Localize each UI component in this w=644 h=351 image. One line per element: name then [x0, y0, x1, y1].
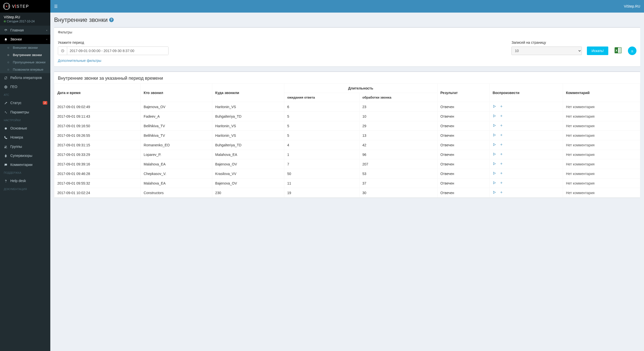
col-caller[interactable]: Кто звонил [141, 84, 212, 102]
cell-wait: 5 [284, 131, 359, 140]
sidebar-item-missed[interactable]: ○Пропущенные звонки [0, 59, 50, 66]
cell-actions [490, 159, 563, 169]
play-button[interactable] [493, 181, 496, 185]
sidebar-item-params[interactable]: Параметры [0, 107, 50, 116]
cell-caller: Constructors [141, 188, 212, 198]
add-button[interactable] [500, 114, 503, 118]
cell-result: Отвечен [437, 169, 490, 179]
svg-marker-20 [494, 105, 496, 107]
export-excel-button[interactable]: X [613, 46, 623, 55]
add-button[interactable] [500, 181, 503, 185]
col-handle[interactable]: обработки звонка [359, 93, 437, 102]
period-input-group[interactable] [58, 47, 169, 55]
col-wait[interactable]: ожидания ответа [284, 93, 359, 102]
user-panel: ViStep.RU Сегодня 2017-10-24 [0, 13, 50, 26]
topbar: ☰ ViStep.RU [50, 0, 644, 13]
results-box: Внутренние звонки за указанный период вр… [54, 71, 640, 198]
cell-callee: Buhgalteriya_TD [212, 140, 284, 150]
svg-marker-22 [494, 124, 496, 126]
table-row: 2017-09-01 10:02:24Constructors2301930От… [54, 188, 640, 198]
help-icon[interactable]: ? [109, 18, 114, 22]
sidebar-item-label: ГЕО [10, 85, 17, 89]
sidebar-item-helpdesk[interactable]: Help desk [0, 176, 50, 185]
play-button[interactable] [493, 105, 496, 109]
filters-header: Фильтры [54, 28, 640, 37]
sidebar-item-calls[interactable]: Звонки ‹ ○Внешние звонки ○Внутренние зво… [0, 35, 50, 73]
sidebar-item-firsttime[interactable]: ○Позвонили впервые [0, 66, 50, 73]
extra-filters-link[interactable]: Дополнительные фильтры [58, 59, 636, 63]
plus-icon [500, 162, 503, 165]
cell-comment: Нет комментария [563, 102, 640, 112]
add-button[interactable] [500, 105, 503, 109]
per-page-select[interactable]: 10 [511, 47, 582, 55]
logo[interactable]: V STEP [0, 0, 50, 13]
sidebar-item-label: Help desk [10, 179, 26, 183]
play-icon [493, 162, 496, 165]
add-button[interactable] [500, 133, 503, 138]
cell-handle: 42 [359, 140, 437, 150]
sidebar-item-comments[interactable]: Комментарии [0, 160, 50, 169]
sidebar-item-internal[interactable]: ○Внутренние звонки [0, 51, 50, 59]
play-button[interactable] [493, 124, 496, 128]
play-button[interactable] [493, 162, 496, 166]
add-button[interactable] [500, 162, 503, 166]
add-button[interactable] [500, 191, 503, 195]
plus-icon [500, 124, 503, 127]
cell-datetime: 2017-09-01 09:46:28 [54, 169, 141, 179]
bell-icon [4, 37, 8, 41]
cell-wait: 1 [284, 150, 359, 159]
cell-result: Отвечен [437, 188, 490, 198]
user-status-text: Сегодня 2017-10-24 [7, 20, 35, 23]
add-button[interactable] [500, 124, 503, 128]
play-icon [493, 124, 496, 127]
refresh-icon [4, 76, 8, 80]
svg-marker-21 [494, 115, 496, 117]
play-button[interactable] [493, 152, 496, 157]
col-duration: Длительность [284, 84, 437, 93]
add-button[interactable] [500, 152, 503, 157]
filters-box: Фильтры Укажите период [54, 27, 640, 66]
brand-link[interactable]: ViStep.RU [624, 4, 640, 8]
play-button[interactable] [493, 191, 496, 195]
search-button[interactable]: Искать! [587, 47, 608, 55]
cell-callee: Krasilova_VV [212, 169, 284, 179]
sidebar-item-numbers[interactable]: Номера [0, 133, 50, 142]
play-button[interactable] [493, 114, 496, 118]
col-callee[interactable]: Куда звонили [212, 84, 284, 102]
svg-point-7 [6, 113, 7, 113]
cell-wait: 5 [284, 112, 359, 121]
table-row: 2017-09-01 09:33:29Loparev_P.Malahova_EA… [54, 150, 640, 159]
user-status: Сегодня 2017-10-24 [4, 20, 47, 23]
plus-icon [500, 133, 503, 137]
play-button[interactable] [493, 143, 496, 147]
globe-icon [4, 85, 8, 89]
sidebar-item-groups[interactable]: Группы [0, 142, 50, 151]
sidebar-item-external[interactable]: ○Внешние звонки [0, 44, 50, 51]
download-button[interactable] [628, 47, 636, 55]
period-input[interactable] [67, 47, 168, 55]
cell-handle: 13 [359, 131, 437, 140]
play-button[interactable] [493, 171, 496, 176]
table-row: 2017-09-01 09:11:43Fadeev_ABuhgalteriya_… [54, 112, 640, 121]
col-datetime[interactable]: Дата и время [54, 84, 141, 102]
play-button[interactable] [493, 133, 496, 138]
sidebar-item-label: Комментарии [10, 163, 32, 167]
add-button[interactable] [500, 143, 503, 147]
plus-icon [500, 181, 503, 185]
sidebar-item-operators[interactable]: Работа операторов [0, 73, 50, 82]
cell-wait: 19 [284, 188, 359, 198]
hamburger-icon[interactable]: ☰ [54, 4, 58, 9]
sidebar-item-basic[interactable]: Основные [0, 124, 50, 133]
sidebar-item-label: Параметры [10, 110, 29, 114]
sidebar-item-status[interactable]: Статус 2 [0, 98, 50, 107]
add-button[interactable] [500, 171, 503, 176]
sidebar-item-label: Супервизоры [10, 154, 32, 158]
cogs-icon [4, 110, 8, 114]
col-result[interactable]: Результат [437, 84, 490, 102]
sidebar-item-main[interactable]: Главная ‹ [0, 26, 50, 35]
cell-comment: Нет комментария [563, 121, 640, 131]
sidebar-item-geo[interactable]: ГЕО [0, 82, 50, 91]
sidebar-item-supervisors[interactable]: Супервизоры [0, 151, 50, 160]
sidebar-item-label: Внутренние звонки [13, 53, 42, 57]
cell-caller: Chepkasov_V. [141, 169, 212, 179]
